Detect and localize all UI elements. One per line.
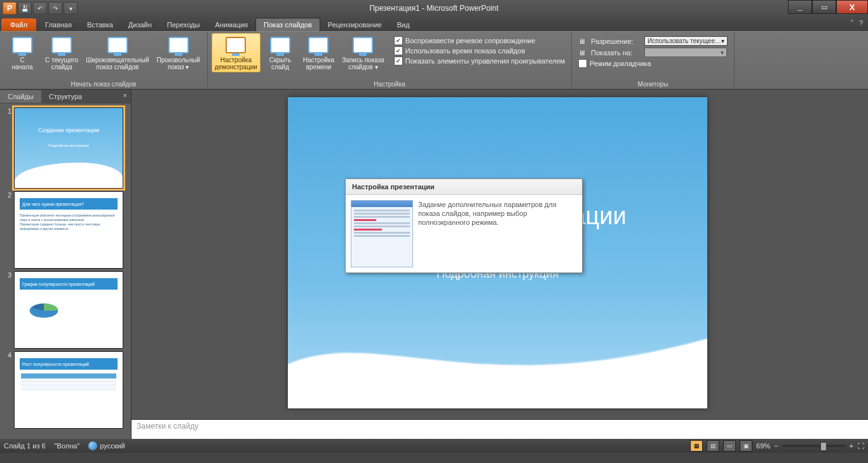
chk-use-timings[interactable]: ✔Использовать время показа слайдов [394,46,565,56]
editor-area: Создание презентации Подробная инструкци… [132,90,868,439]
status-theme: "Волна" [55,442,80,450]
monitor-icon: 🖥 [578,49,588,57]
group-label-setup: Настройка [212,79,567,89]
app-icon: P [3,2,17,15]
notes-pane[interactable]: Заметки к слайду [132,419,868,439]
quick-access-toolbar: P 💾 ↶ ↷ ▾ [0,2,78,15]
minimize-button[interactable]: _ [788,0,812,14]
ribbon-minimize-icon[interactable]: ˄ [850,19,854,27]
tab-outline[interactable]: Структура [41,90,90,103]
from-beginning-button[interactable]: С начала [4,33,41,72]
panel-tabs: Слайды Структура × [0,90,131,104]
from-current-button[interactable]: С текущего слайда [42,33,81,72]
zoom-out-button[interactable]: − [774,442,778,450]
redo-button[interactable]: ↷ [48,2,62,15]
rehearse-timings-button[interactable]: Настройка времени [300,33,337,72]
thumb-3[interactable]: 3 График популярности презентаций [0,270,131,350]
panel-close-icon[interactable]: × [123,91,127,99]
ribbon: С начала С текущего слайда Широковещател… [0,31,868,90]
group-setup: Настройка демонстрации Скрыть слайд Наст… [208,32,572,89]
maximize-button[interactable]: ▭ [812,0,836,14]
undo-button[interactable]: ↶ [33,2,47,15]
custom-show-button[interactable]: Произвольный показ ▾ [153,33,203,72]
view-normal-button[interactable]: ▦ [690,440,703,452]
save-button[interactable]: 💾 [18,2,32,15]
window-controls: _ ▭ X [788,0,868,14]
title-bar: P 💾 ↶ ↷ ▾ Презентация1 - Microsoft Power… [0,0,868,17]
group-start-slideshow: С начала С текущего слайда Широковещател… [0,32,208,89]
tab-insert[interactable]: Вставка [79,18,121,31]
tab-view[interactable]: Вид [390,18,417,31]
status-language[interactable]: русский [100,442,125,450]
group-monitors: 🖥 Разрешение: Использовать текущее…▾ 🖥 П… [572,32,735,89]
window-title: Презентация1 - Microsoft PowerPoint [0,4,868,13]
file-tab[interactable]: Файл [1,18,36,31]
show-on-combo[interactable]: ▾ [644,48,727,57]
chk-presenter-view[interactable]: Режим докладчика [578,58,728,69]
group-label-monitors: Мониторы [576,79,730,89]
view-reading-button[interactable]: ▭ [723,440,736,452]
ribbon-tabs: Файл Главная Вставка Дизайн Переходы Ани… [0,17,868,31]
thumb-2[interactable]: 2 Для чего нужна презентация? Презентаци… [0,190,131,270]
tooltip-body: Задание дополнительных параметров для по… [418,200,577,267]
zoom-level[interactable]: 69% [756,442,770,450]
ribbon-help-area: ˄ ? [850,19,863,27]
tab-slideshow[interactable]: Показ слайдов [255,18,320,31]
status-slide-info: Слайд 1 из 6 [4,442,46,450]
show-on-label: Показать на: [591,49,642,57]
thumb-1[interactable]: 1 Создание презентации Подробная инструк… [0,106,131,190]
broadcast-button[interactable]: Широковещательный показ слайдов [83,33,152,72]
setup-slideshow-button[interactable]: Настройка демонстрации [212,33,261,72]
thumbnails[interactable]: 1 Создание презентации Подробная инструк… [0,104,131,439]
resolution-combo[interactable]: Использовать текущее…▾ [644,36,728,46]
chk-narration[interactable]: ✔Воспроизвести речевое сопровождение [394,36,565,46]
tab-animations[interactable]: Анимация [207,18,255,31]
tooltip-setup-slideshow: Настройка презентации Задание дополнител… [345,178,583,273]
qat-customize[interactable]: ▾ [64,2,78,15]
zoom-in-button[interactable]: + [850,442,853,450]
record-slideshow-button[interactable]: Запись показа слайдов ▾ [339,33,388,72]
chevron-down-icon: ▾ [721,37,724,44]
tab-transitions[interactable]: Переходы [159,18,208,31]
status-bar: Слайд 1 из 6 "Волна" русский ▦ ▤ ▭ ▣ 69%… [0,439,868,453]
view-slideshow-button[interactable]: ▣ [740,440,752,452]
tooltip-title: Настройка презентации [346,179,582,195]
workspace: Слайды Структура × 1 Создание презентаци… [0,90,868,439]
group-label-start: Начать показ слайдов [4,79,203,89]
tooltip-preview-icon [351,200,413,267]
help-icon[interactable]: ? [859,19,863,27]
tab-review[interactable]: Рецензирование [320,18,390,31]
fit-to-window-button[interactable]: ⛶ [857,442,864,450]
chevron-down-icon: ▾ [721,49,724,56]
chk-show-controls[interactable]: ✔Показать элементы управления проигрыват… [394,56,565,66]
language-icon [88,441,97,450]
view-sorter-button[interactable]: ▤ [707,440,719,452]
hide-slide-button[interactable]: Скрыть слайд [262,33,299,72]
resolution-label: Разрешение: [591,37,642,45]
slide-panel: Слайды Структура × 1 Создание презентаци… [0,90,132,439]
canvas[interactable]: Создание презентации Подробная инструкци… [132,90,868,419]
tab-design[interactable]: Дизайн [121,18,159,31]
monitor-icon: 🖥 [578,37,588,45]
tab-slides[interactable]: Слайды [0,90,41,103]
thumb-4[interactable]: 4 Рост популярности презентаций [0,350,131,430]
zoom-slider[interactable] [782,445,846,447]
tab-home[interactable]: Главная [37,18,79,31]
close-button[interactable]: X [836,0,868,14]
